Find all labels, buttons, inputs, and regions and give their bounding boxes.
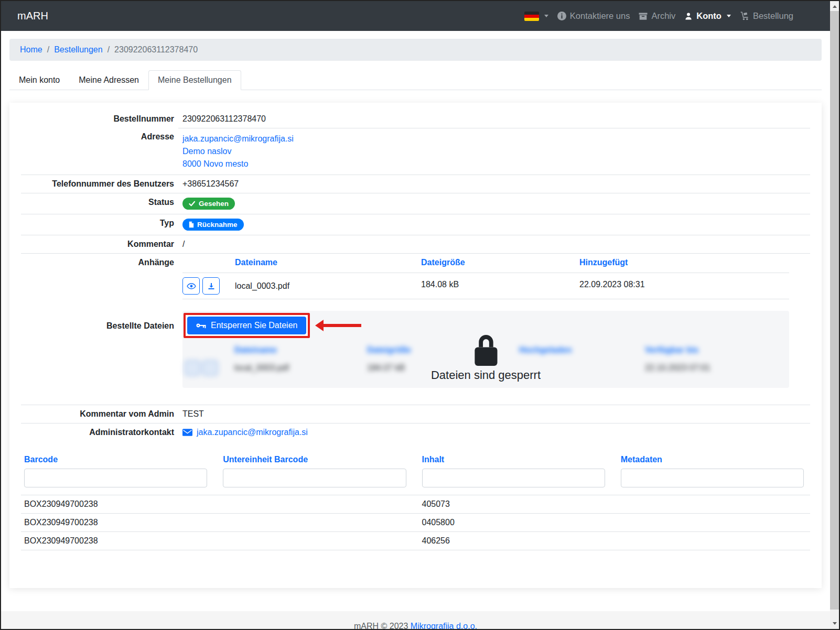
breadcrumb: Home / Bestellungen / 230922063112378470 (9, 39, 822, 61)
barcode-col-header[interactable]: Barcode (21, 455, 213, 469)
admin-contact-email-link[interactable]: jaka.zupancic@mikrografija.si (197, 428, 308, 437)
barcode-cell: BOX230949700238 (21, 532, 213, 550)
file-icon (189, 221, 194, 228)
breadcrumb-separator: / (47, 45, 49, 55)
attachment-added: 22.09.2023 08:31 (579, 277, 789, 289)
german-flag-icon (524, 12, 539, 21)
type-row: Typ Rücknahme (21, 214, 810, 235)
order-number-value: 230922063112378470 (178, 110, 810, 128)
scrollbar-down-button[interactable] (830, 619, 839, 628)
address-line1-link[interactable]: Demo naslov (182, 145, 810, 158)
phone-row: Telefonnummer des Benutzers +38651234567 (21, 175, 810, 193)
address-row: Adresse jaka.zupancic@mikrografija.si De… (21, 128, 810, 175)
metadata-col-header[interactable]: Metadaten (618, 455, 810, 469)
content-filter-input[interactable] (422, 469, 605, 487)
archive-nav-item[interactable]: Archiv (639, 11, 675, 21)
type-label: Typ (21, 214, 178, 235)
status-label: Status (21, 193, 178, 214)
info-icon (557, 12, 566, 20)
download-file-button[interactable] (202, 277, 220, 295)
phone-label: Telefonnummer des Benutzers (21, 175, 178, 193)
subunit-col-header[interactable]: Untereinheit Barcode (220, 455, 412, 469)
footer-copyright: mARH © 2023 (354, 622, 408, 629)
order-number-label: Bestellnummer (21, 110, 178, 128)
content-cell: 405073 (419, 495, 611, 513)
attachments-row: Anhänge Dateiname Dateigröße Hinzugefügt (21, 253, 810, 303)
unlock-button-label: Entsperren Sie Dateien (211, 321, 297, 330)
tab-meine-adressen[interactable]: Meine Adressen (69, 70, 148, 90)
locked-files-panel: Entsperren Sie Dateien Dat (182, 311, 789, 388)
language-selector[interactable] (524, 12, 548, 21)
account-nav-item[interactable]: Konto (684, 11, 731, 21)
attachments-col-filesize[interactable]: Dateigröße (421, 258, 579, 267)
scrollbar[interactable] (830, 1, 839, 629)
breadcrumb-separator: / (107, 45, 110, 55)
annotation-highlight-box: Entsperren Sie Dateien (184, 313, 310, 338)
breadcrumb-home-link[interactable]: Home (20, 45, 42, 55)
admin-comment-row: Kommentar vom Admin TEST (21, 405, 810, 423)
tab-meine-bestellungen[interactable]: Meine Bestellungen (148, 70, 241, 90)
subunit-filter-input[interactable] (223, 469, 406, 487)
handtruck-icon (740, 12, 749, 20)
brand-logo[interactable]: mARH (17, 10, 48, 22)
content-cell: 406256 (419, 532, 611, 550)
attachments-col-filename[interactable]: Dateiname (235, 258, 421, 267)
admin-contact-label: Administratorkontakt (21, 423, 178, 441)
blurred-col-available: Verfügbar bis (645, 345, 784, 355)
barcode-cell: BOX230949700238 (21, 495, 213, 513)
key-icon (196, 322, 206, 329)
browser-viewport: mARH Kontaktiere uns (0, 0, 840, 630)
phone-value: +38651234567 (178, 175, 810, 193)
blurred-available: 22.10.2023 07:01 (645, 363, 784, 373)
attachments-label: Anhänge (21, 254, 178, 303)
subunit-cell (220, 514, 412, 531)
metadata-filter-input[interactable] (621, 469, 804, 487)
check-icon (189, 201, 196, 207)
tab-mein-konto[interactable]: Mein konto (9, 70, 69, 90)
admin-comment-value: TEST (178, 405, 810, 423)
order-number-row: Bestellnummer 230922063112378470 (21, 110, 810, 128)
attachments-col-added[interactable]: Hinzugefügt (579, 258, 789, 267)
page-footer: mARH © 2023 Mikrografija d.o.o. (1, 611, 830, 629)
content-cell: 0405800 (419, 514, 611, 531)
subunit-cell (220, 495, 412, 513)
download-icon (208, 283, 215, 290)
admin-comment-label: Kommentar vom Admin (21, 405, 178, 423)
content-col-header[interactable]: Inhalt (419, 455, 611, 469)
person-icon (684, 12, 693, 20)
blurred-col-filename: Dateiname (234, 345, 367, 355)
attachment-filesize: 184.08 kB (421, 277, 579, 289)
order-nav-item[interactable]: Bestellung (740, 11, 793, 21)
envelope-icon (182, 429, 192, 436)
breadcrumb-orders-link[interactable]: Bestellungen (54, 45, 103, 55)
account-tabs: Mein konto Meine Adressen Meine Bestellu… (9, 70, 822, 90)
status-badge-text: Gesehen (199, 200, 229, 208)
address-email-link[interactable]: jaka.zupancic@mikrografija.si (182, 133, 810, 145)
barcode-cell: BOX230949700238 (21, 514, 213, 531)
annotation-arrow (315, 320, 361, 331)
table-row: BOX230949700238 405073 (21, 495, 810, 514)
metadata-cell (618, 495, 810, 513)
type-badge-text: Rücknahme (197, 221, 238, 229)
account-label: Konto (696, 11, 721, 21)
navbar-right: Kontaktiere uns Archiv Konto (524, 11, 793, 21)
scrollbar-up-button[interactable] (830, 2, 839, 11)
barcode-filter-input[interactable] (24, 469, 207, 487)
attachment-filename: local_0003.pdf (235, 281, 421, 291)
footer-company-link[interactable]: Mikrografija d.o.o. (411, 622, 477, 629)
order-label: Bestellung (753, 11, 793, 21)
address-line2-link[interactable]: 8000 Novo mesto (182, 158, 810, 170)
blurred-filename: local_0003.pdf (234, 363, 367, 373)
subunit-cell (220, 532, 412, 550)
view-file-button[interactable] (182, 277, 200, 295)
ordered-files-row: Bestellte Dateien Entsperren Sie Dateien (21, 303, 810, 405)
admin-contact-row: Administratorkontakt jaka.zupancic@mikro… (21, 423, 810, 441)
attachments-table: Dateiname Dateigröße Hinzugefügt (182, 258, 789, 299)
locked-message: Dateien sind gesperrt (431, 368, 541, 382)
unlock-files-button[interactable]: Entsperren Sie Dateien (187, 317, 306, 334)
scrollbar-thumb[interactable] (830, 11, 839, 610)
status-row: Status Gesehen (21, 193, 810, 214)
table-row: BOX230949700238 0405800 (21, 514, 810, 532)
app-navbar: mARH Kontaktiere uns (1, 1, 830, 31)
contact-nav-item[interactable]: Kontaktiere uns (557, 11, 630, 21)
